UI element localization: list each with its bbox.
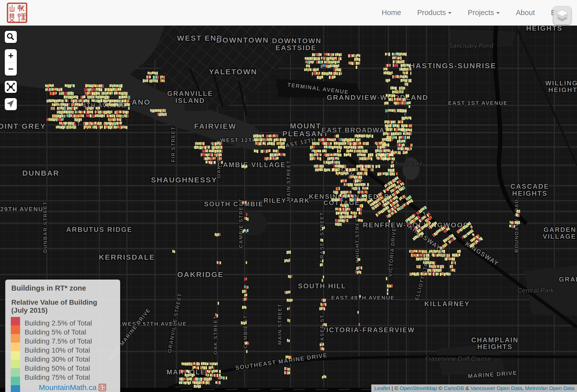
map-label: EASTSIDE	[275, 44, 317, 52]
map-label: SOUTH HILL	[298, 282, 346, 290]
cartodb-link[interactable]: CartoDB	[444, 385, 464, 391]
zoom-out-button[interactable]: −	[5, 62, 17, 76]
map-label: SHAUGHNESSY	[151, 176, 218, 184]
legend-color-swatch	[11, 385, 20, 392]
map-label: OAKRIDGE	[177, 270, 224, 279]
map-label: VILLAGE	[543, 233, 576, 240]
map-label: HEIGHTS	[548, 86, 577, 94]
attribution-separator: &	[464, 385, 471, 391]
map-label: GARDEN	[544, 226, 576, 233]
attribution-separator: ,	[522, 385, 525, 391]
locate-button[interactable]	[5, 98, 17, 110]
legend-item: Building 7.5% of Total	[25, 337, 115, 346]
map-label: Sanctuary Pond	[449, 42, 493, 49]
map-label: ARBUTUS RIDGE	[66, 226, 132, 233]
legend-item: Building 50% of Total	[25, 364, 115, 373]
legend-title: Buildings in RT* zone	[11, 284, 115, 292]
legend-item: Building 2.5% of Total	[25, 319, 115, 328]
fullscreen-icon	[5, 81, 17, 93]
legend-body: Building 2.5% of Total Building 5% of To…	[11, 317, 115, 392]
map-label: Central Park	[518, 287, 554, 294]
legend-color-bar	[11, 317, 20, 392]
map-label: ISLAND	[175, 97, 205, 104]
map-label: DUNBAR	[22, 169, 59, 177]
map-label: EAST 49TH AVENUE	[331, 295, 395, 301]
map-label: HASTINGS-SUNRISE	[409, 61, 496, 70]
search-icon	[5, 31, 17, 43]
map-attribution: Leaflet | © OpenStreetMap © CartoDB & Va…	[371, 384, 577, 392]
map-label: FAIRVIEW	[194, 122, 236, 130]
navbar: Home Products Projects About Blog	[0, 0, 577, 26]
map-label: SOUTH CAMBIE	[204, 200, 264, 208]
nav-link-home[interactable]: Home	[382, 9, 401, 17]
layers-icon	[553, 7, 571, 24]
legend-item: Building 5% of Total	[25, 328, 115, 337]
mountainmath-link[interactable]: MountainMath.ca	[39, 383, 97, 392]
legend-item: Building 10% of Total	[25, 346, 115, 355]
legend-credit: MountainMath.ca	[25, 382, 115, 392]
map-label: GRANGE	[559, 276, 577, 283]
map-label: CAMBIE VILLAGE	[217, 161, 286, 169]
mountainmath-seal-icon	[99, 384, 106, 391]
map-label: CAMBIE STREET	[238, 199, 244, 248]
map-label: FIR STREET	[170, 126, 176, 162]
chevron-down-icon	[448, 12, 452, 14]
openstreetmap-link[interactable]: OpenStreetMap	[400, 385, 437, 391]
legend-rows: Building 2.5% of Total Building 5% of To…	[25, 317, 115, 392]
zoom-control: + −	[5, 49, 17, 76]
map-label: GRANDVIEW-WOODLAND	[327, 94, 428, 101]
leaflet-link[interactable]: Leaflet	[374, 385, 390, 391]
vancouver-open-data-link[interactable]: Vancouver Open Data	[470, 385, 522, 391]
chevron-down-icon	[496, 12, 500, 14]
locate-arrow-icon	[5, 98, 17, 110]
metrovan-open-data-link[interactable]: MetroVan Open Data	[525, 385, 574, 391]
map-label: WILLINGDON	[545, 79, 577, 87]
map-label: GRANVILLE	[167, 90, 213, 97]
legend-color-swatch	[11, 360, 20, 368]
map-label: KERRISDALE	[99, 253, 155, 261]
legend-color-swatch	[11, 317, 20, 325]
legend-color-swatch	[11, 343, 20, 351]
map-label: YALETOWN	[209, 68, 257, 76]
legend-color-swatch	[11, 351, 20, 360]
map-label: FRASER STREET	[319, 212, 325, 262]
mountainmath-logo-seal[interactable]	[7, 2, 28, 23]
search-button[interactable]	[5, 31, 17, 43]
map-label: MOUNT	[290, 122, 321, 130]
map-label: HEIGHTS	[526, 25, 562, 32]
map-legend: Buildings in RT* zone Relative Value of …	[5, 280, 120, 392]
attribution-separator: | ©	[390, 385, 400, 391]
map-label: DUNBAR STREET	[42, 201, 48, 253]
zoom-in-button[interactable]: +	[5, 49, 17, 62]
legend-subtitle: Relative Value of Building (July 2015)	[11, 298, 115, 314]
nav-item-projects[interactable]: Projects	[468, 9, 500, 17]
map-label: KILLARNEY	[424, 300, 470, 308]
map-label: Fraserview Golf Course	[425, 355, 491, 362]
map-label: HEIGHTS	[512, 190, 547, 197]
legend-color-swatch	[11, 377, 20, 385]
map-label: OAK STREET	[212, 315, 218, 354]
legend-item: Building 75% of Total	[25, 373, 115, 382]
map-label: DOWNTOWN	[216, 36, 269, 44]
map-label: EAST 1ST AVENUE	[448, 100, 508, 106]
nav-links: Home Products Projects About Blog	[366, 0, 565, 25]
nav-link-about[interactable]: About	[516, 9, 535, 17]
map-label: WEST 12TH	[220, 137, 257, 143]
nav-item-products[interactable]: Products	[417, 9, 452, 17]
nav-link-products[interactable]: Products	[417, 9, 452, 17]
fullscreen-button[interactable]	[5, 81, 17, 93]
map-label: MAIN STREET	[285, 160, 291, 201]
nav-item-home[interactable]: Home	[382, 9, 401, 17]
layers-control-button[interactable]	[553, 7, 571, 24]
legend-color-swatch	[11, 325, 20, 334]
map-label: DOWNTOWN	[272, 37, 322, 45]
map-label: MAIN STREET	[277, 304, 282, 345]
nav-item-about[interactable]: About	[516, 9, 535, 17]
nav-link-projects[interactable]: Projects	[468, 9, 500, 17]
legend-color-swatch	[11, 334, 20, 343]
map-label: POINT GREY	[0, 122, 46, 130]
map-label: HEIGHTS	[477, 343, 513, 351]
map-label: VICTORIA-FRASERVIEW	[321, 326, 415, 334]
attribution-separator: ©	[437, 385, 444, 391]
map-label: WEST END	[177, 34, 223, 42]
